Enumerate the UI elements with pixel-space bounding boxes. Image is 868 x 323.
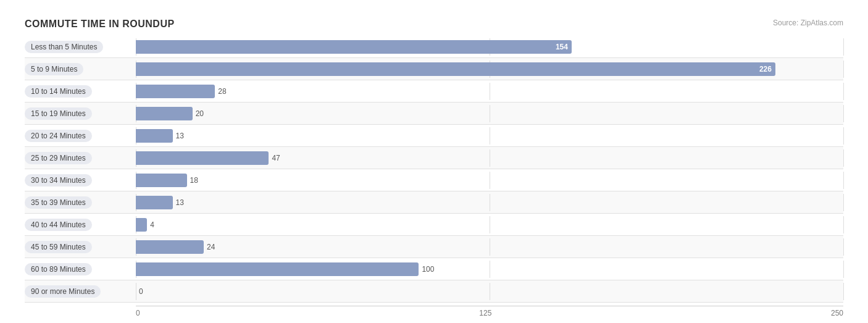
bar-value: 4 [150,220,154,229]
bar-row: 5 to 9 Minutes226 [25,58,843,80]
axis-label: 125 [479,309,491,317]
bar-label: 60 to 89 Minutes [25,263,92,275]
bar-label: 35 to 39 Minutes [25,196,92,209]
bar-row: 25 to 29 Minutes47 [25,147,843,169]
bar-label: Less than 5 Minutes [25,41,103,53]
bar-area: 0 [136,283,843,300]
bar-area: 28 [136,83,843,100]
bar-value: 18 [190,176,198,185]
bar-label: 10 to 14 Minutes [25,85,92,98]
bar-area: 47 [136,149,843,167]
bar-value: 226 [759,65,772,73]
bar-area: 24 [136,238,843,256]
bar-label-area: 15 to 19 Minutes [25,107,136,120]
bar-label: 15 to 19 Minutes [25,107,92,120]
bar-area: 13 [136,194,843,211]
bar-value: 100 [422,265,434,274]
bar-row: 30 to 34 Minutes18 [25,169,843,191]
chart-source: Source: ZipAtlas.com [773,19,843,27]
bar-label: 40 to 44 Minutes [25,219,92,231]
bar-area: 100 [136,261,843,278]
bar-label-area: 40 to 44 Minutes [25,219,136,231]
bar-label: 30 to 34 Minutes [25,174,92,187]
bar-row: 90 or more Minutes0 [25,280,843,303]
bar-fill: 47 [136,151,269,165]
bar-label-area: Less than 5 Minutes [25,41,136,53]
axis-label: 0 [136,309,140,317]
chart-title: COMMUTE TIME IN ROUNDUP [25,19,175,30]
bar-value: 13 [176,198,184,207]
bar-value: 28 [218,87,226,96]
bar-label: 20 to 24 Minutes [25,130,92,142]
bar-fill: 100 [136,262,419,276]
axis-labels: 0125250 [136,306,843,317]
bar-label-area: 60 to 89 Minutes [25,263,136,275]
bar-row: 15 to 19 Minutes20 [25,103,843,125]
bar-label-area: 30 to 34 Minutes [25,174,136,187]
bar-label: 25 to 29 Minutes [25,152,92,164]
bar-area: 13 [136,127,843,145]
bar-row: 10 to 14 Minutes28 [25,80,843,103]
bar-area: 226 [136,61,843,78]
bar-value: 24 [207,243,215,251]
bar-label: 5 to 9 Minutes [25,63,83,75]
bar-row: 60 to 89 Minutes100 [25,258,843,280]
bar-fill: 18 [136,174,187,187]
bar-fill: 4 [136,218,147,232]
axis-label: 250 [831,309,843,317]
bar-label-area: 35 to 39 Minutes [25,196,136,209]
bar-fill: 28 [136,85,215,98]
bar-fill: 154 [136,40,572,54]
bar-value: 47 [272,154,280,162]
bar-fill: 226 [136,62,775,76]
bar-fill: 13 [136,196,173,209]
bar-value: 20 [196,109,204,118]
bar-row: 40 to 44 Minutes4 [25,214,843,236]
bar-area: 18 [136,172,843,189]
bar-label-area: 10 to 14 Minutes [25,85,136,98]
chart-container: COMMUTE TIME IN ROUNDUP Source: ZipAtlas… [12,12,856,323]
bar-label: 45 to 59 Minutes [25,241,92,253]
bar-label-area: 45 to 59 Minutes [25,241,136,253]
axis-area: 0125250 [136,303,843,317]
bar-label-area: 20 to 24 Minutes [25,130,136,142]
bar-label-area: 90 or more Minutes [25,285,136,298]
bar-row: 20 to 24 Minutes13 [25,125,843,147]
bar-row: 45 to 59 Minutes24 [25,236,843,258]
bar-label-area: 5 to 9 Minutes [25,63,136,75]
bar-value: 154 [556,43,568,51]
bar-label: 90 or more Minutes [25,285,101,298]
bar-fill: 24 [136,240,204,254]
chart-body: Less than 5 Minutes1545 to 9 Minutes2261… [25,36,843,303]
bar-area: 4 [136,216,843,233]
bar-area: 154 [136,38,843,56]
bar-value: 13 [176,132,184,140]
bar-fill: 20 [136,107,193,120]
bar-row: 35 to 39 Minutes13 [25,191,843,214]
bar-row: Less than 5 Minutes154 [25,36,843,58]
bar-fill: 13 [136,129,173,143]
chart-header: COMMUTE TIME IN ROUNDUP Source: ZipAtlas… [25,19,843,30]
bar-area: 20 [136,105,843,122]
bar-value: 0 [139,287,143,296]
bar-label-area: 25 to 29 Minutes [25,152,136,164]
